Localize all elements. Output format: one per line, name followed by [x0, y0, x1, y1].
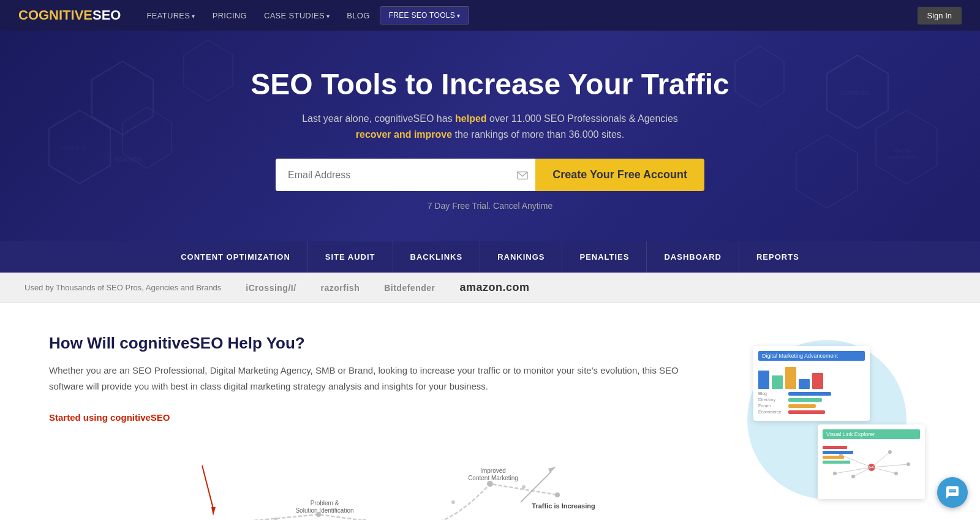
svg-point-47 — [907, 462, 910, 466]
brand-bitdefender: Bitdefender — [384, 283, 435, 293]
svg-text:Problem &: Problem & — [311, 500, 339, 507]
brand-razorfish: razorfish — [321, 283, 360, 293]
features-bar: CONTENT OPTIMIZATION SITE AUDIT BACKLINK… — [0, 241, 980, 273]
brand-amazon: amazon.com — [460, 281, 530, 294]
svg-marker-26 — [548, 467, 556, 473]
svg-text:DIGITAL: DIGITAL — [894, 148, 913, 153]
svg-line-40 — [872, 467, 896, 473]
svg-rect-52 — [823, 461, 850, 464]
dashboard-link-card: Visual Link Explorer — [818, 424, 925, 499]
dash-row-1: Blog — [758, 391, 865, 396]
feature-site-audit[interactable]: SITE AUDIT — [308, 241, 393, 273]
hero-highlight2: recover and improve — [356, 129, 452, 140]
dash-row-4: Ecommerce — [758, 410, 865, 414]
dashboard-rows: Blog Directory Forum Ecommerce — [758, 391, 865, 414]
link-card-title: Visual Link Explorer — [823, 429, 920, 439]
dashboard-main-title: Digital Marketing Advancement — [758, 351, 865, 361]
svg-line-41 — [872, 464, 908, 467]
nav-case-studies[interactable]: CASE STUDIES — [257, 6, 337, 25]
svg-text:Content Marketing: Content Marketing — [468, 475, 518, 481]
trial-text: 7 Day Free Trial. Cancel Anytime — [12, 201, 968, 211]
brands-bar: Used by Thousands of SEO Pros, Agencies … — [0, 273, 980, 303]
hero-cta-group: Create Your Free Account — [276, 159, 704, 191]
bar-4 — [799, 379, 810, 389]
svg-point-23 — [451, 500, 455, 504]
svg-text:BRANDS: BRANDS — [115, 156, 143, 164]
journey-chart: First Cutting-Edge SEO Analysis Problem … — [49, 429, 698, 520]
section-body: Whether you are an SEO Professional, Dig… — [49, 363, 698, 394]
feature-dashboard[interactable]: DASHBOARD — [647, 241, 739, 273]
svg-rect-49 — [823, 446, 847, 449]
feature-penalties[interactable]: PENALTIES — [562, 241, 647, 273]
chat-button[interactable] — [937, 477, 968, 508]
hero-sub-before: Last year alone, cognitiveSEO has — [302, 113, 455, 124]
hero-title: SEO Tools to Increase Your Traffic — [12, 67, 968, 101]
bar-3 — [785, 367, 796, 389]
bar-1 — [758, 371, 769, 389]
brand-cognitive: COGNITIVE — [18, 7, 92, 23]
sign-in-button[interactable]: Sign In — [918, 7, 962, 24]
svg-line-39 — [872, 452, 890, 467]
dash-row-3: Forum — [758, 404, 865, 408]
brand-icrossing: iCrossing/I/ — [246, 283, 296, 293]
dashboard-main-card: Digital Marketing Advancement Blog Direc… — [753, 346, 870, 421]
svg-point-19 — [487, 481, 493, 487]
svg-point-46 — [894, 472, 898, 475]
svg-rect-50 — [823, 451, 853, 454]
dashboard-mockup-container: Digital Marketing Advancement Blog Direc… — [735, 334, 919, 518]
svg-text:MARKETERS: MARKETERS — [888, 155, 918, 160]
brands-intro-text: Used by Thousands of SEO Pros, Agencies … — [24, 283, 221, 292]
left-content: How Will cognitiveSEO Help You? Whether … — [49, 334, 698, 520]
right-content: Digital Marketing Advancement Blog Direc… — [735, 334, 931, 518]
section-heading: How Will cognitiveSEO Help You? — [49, 334, 698, 353]
svg-text:EXPERTS: EXPERTS — [61, 145, 86, 151]
bar-2 — [772, 375, 783, 389]
svg-text:Solution Identification: Solution Identification — [295, 507, 353, 514]
navbar: COGNITIVESEO FEATURES PRICING CASE STUDI… — [0, 0, 980, 31]
nav-blog[interactable]: BLOG — [339, 6, 377, 25]
create-account-button[interactable]: Create Your Free Account — [535, 159, 704, 191]
feature-content-optimization[interactable]: CONTENT OPTIMIZATION — [164, 241, 308, 273]
svg-marker-15 — [211, 507, 216, 516]
svg-line-14 — [202, 465, 213, 508]
brand-seo: SEO — [92, 7, 121, 23]
link-explorer-svg — [823, 443, 921, 492]
feature-reports[interactable]: REPORTS — [739, 241, 816, 273]
dashboard-bars — [758, 364, 865, 389]
hero-sub-middle: over 11.000 SEO Professionals & Agencies — [487, 113, 678, 124]
nav-features[interactable]: FEATURES — [139, 6, 202, 25]
bar-5 — [812, 373, 823, 389]
svg-point-44 — [851, 475, 855, 478]
started-label: Started using cognitiveSEO — [49, 412, 698, 423]
svg-text:Improved: Improved — [480, 467, 506, 474]
brand-logo[interactable]: COGNITIVESEO — [18, 7, 121, 23]
nav-links: FEATURES PRICING CASE STUDIES BLOG FREE … — [139, 6, 917, 25]
free-seo-tools-button[interactable]: FREE SEO TOOLS — [380, 6, 470, 24]
hero-subtitle2: recover and improve the rankings of more… — [12, 129, 968, 140]
hero-sub-after: the rankings of more than 36.000 sites. — [452, 129, 624, 140]
svg-point-45 — [888, 450, 892, 454]
feature-backlinks[interactable]: BACKLINKS — [393, 241, 481, 273]
feature-rankings[interactable]: RANKINGS — [480, 241, 562, 273]
svg-marker-10 — [796, 135, 858, 208]
dash-row-2: Directory — [758, 398, 865, 402]
hero-highlight1: helped — [455, 113, 487, 124]
main-content: How Will cognitiveSEO Help You? Whether … — [0, 303, 980, 520]
svg-point-48 — [833, 472, 837, 475]
svg-text:Traffic is Increasing: Traffic is Increasing — [532, 502, 595, 510]
email-icon — [510, 159, 535, 191]
svg-point-24 — [522, 485, 526, 489]
svg-rect-51 — [823, 456, 844, 459]
chat-icon — [945, 485, 960, 500]
email-input[interactable] — [276, 159, 510, 191]
svg-point-20 — [555, 492, 560, 497]
hero-section: BRANDS EXPERTS AGENCIES DIGITAL MARKETER… — [0, 31, 980, 241]
nav-pricing[interactable]: PRICING — [205, 6, 254, 25]
hero-subtitle: Last year alone, cognitiveSEO has helped… — [12, 113, 968, 124]
journey-svg: First Cutting-Edge SEO Analysis Problem … — [49, 429, 698, 520]
